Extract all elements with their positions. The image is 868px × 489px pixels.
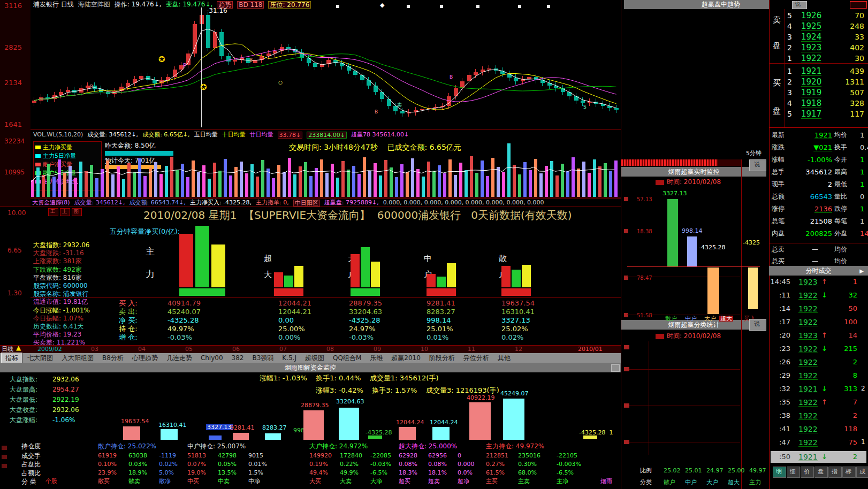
candle-body [260, 56, 264, 60]
candle-body [407, 112, 411, 113]
trade-price[interactable]: 1922 [798, 358, 818, 366]
five-min-label[interactable]: 5分钟 [746, 150, 762, 156]
trade-price[interactable]: 1922 [798, 439, 818, 447]
position-ratio-label: 散户持仓: 25.022% [98, 443, 156, 449]
tab-3[interactable]: B8分析 [98, 353, 127, 363]
timeline-month-label[interactable]: 05 [185, 346, 193, 352]
class-value: 大户 [706, 479, 718, 485]
table-cell: -0.003% [557, 461, 581, 467]
trade-price[interactable]: 1922 [798, 318, 818, 326]
timeline-month-label[interactable]: 06 [232, 346, 240, 352]
trade-price[interactable]: 1922 [798, 412, 818, 420]
timeline-month-label[interactable]: 2009/02 [37, 346, 62, 352]
table-cell: 19.0% [187, 470, 206, 476]
volume-bar [208, 179, 211, 197]
timeline-month-label[interactable]: 2010/01 [578, 346, 603, 352]
ask-price[interactable]: 1926 [801, 12, 821, 20]
ask-price[interactable]: 1923 [801, 44, 821, 52]
tab-8[interactable]: B3强弱 [248, 353, 277, 363]
volume-bar [502, 172, 505, 197]
bottom-header-2: 涨幅3: -0.42% 换手3: 1.57% 成交量3: 1216193(手) [316, 387, 499, 394]
tab-4[interactable]: 心理趋势 [128, 353, 162, 363]
price-axis-label: 2134 [4, 79, 22, 86]
bid-price[interactable]: 1918 [801, 100, 821, 108]
panel-c-tick-chip [624, 345, 629, 349]
table-cell: 0.10% [98, 461, 117, 467]
tab-6[interactable]: Chiy00 [197, 354, 227, 362]
tab-10[interactable]: 超级图 [301, 353, 328, 363]
table-cell: 主买 [486, 478, 498, 484]
trade-price[interactable]: 1922 [798, 425, 818, 433]
candle-body [139, 76, 143, 79]
tab-15[interactable]: 异位分析 [460, 353, 493, 363]
trade-price[interactable]: 1922 [798, 399, 818, 407]
timeline-month-label[interactable]: 08 [326, 346, 334, 352]
net-flow-bar [368, 435, 382, 439]
class-value: 超大 [728, 479, 740, 485]
tab-0[interactable]: 指标 [1, 353, 22, 364]
timeline-month-label[interactable]: 09 [374, 346, 381, 352]
trade-price[interactable]: 1922 [798, 292, 818, 300]
bid-price[interactable]: 1919 [801, 89, 821, 97]
tab-9[interactable]: K.5.J [278, 354, 300, 362]
trade-price[interactable]: 1923 [798, 332, 818, 340]
tab-13[interactable]: 超赢2010 [387, 353, 424, 363]
category-stats-panel[interactable] [621, 330, 741, 489]
candle-body [320, 64, 324, 67]
tab-14[interactable]: 阶段分析 [425, 353, 459, 363]
panel-c-gridline [627, 406, 740, 406]
candle-body [119, 87, 124, 91]
window-control-box[interactable] [850, 1, 867, 9]
bid-price[interactable]: 1917 [801, 110, 821, 119]
candle-body [45, 97, 50, 99]
tab-2[interactable]: 入大阳组图 [58, 353, 97, 363]
ask-price[interactable]: 1925 [801, 22, 821, 31]
timeline-month-label[interactable]: 10 [421, 346, 428, 352]
ratio-value: 25.02 [664, 468, 681, 473]
trade-time: :23 [779, 345, 790, 352]
timeline-period-label: 日线 [2, 346, 13, 352]
group-value: 12044.21 [278, 308, 311, 315]
bottom-stat-value: -1.06% [52, 417, 75, 423]
panel-options-icon[interactable] [611, 364, 620, 372]
timeline-month-label[interactable]: 04 [138, 346, 146, 352]
candle-body [454, 88, 458, 96]
ask-price[interactable]: 1924 [801, 33, 821, 42]
timeline-month-label[interactable]: 03 [91, 346, 98, 352]
tab-11[interactable]: QQ组合M [329, 353, 365, 363]
trade-price[interactable]: 1921 [798, 385, 818, 393]
candle-body [326, 60, 331, 64]
money-flow-bar-label: 45249.07 [500, 391, 529, 396]
fund-left-stat: 下跌家数: 492家 [33, 266, 82, 273]
candle-body [59, 92, 63, 95]
expand-arrow-icon[interactable]: ▶ [859, 268, 864, 274]
trade-price[interactable]: 1922 [798, 372, 818, 380]
table-cell: 23.9% [98, 470, 117, 476]
info-value: 1921 [814, 132, 832, 139]
top-marker-dot [440, 5, 443, 8]
trade-price[interactable]: 1922 [798, 345, 818, 353]
trade-price[interactable]: 1923 [798, 278, 818, 286]
bid-price[interactable]: 1920 [801, 78, 821, 87]
table-cell: 大净 [370, 478, 382, 484]
tab-12[interactable]: 乐维 [366, 353, 386, 363]
bid-price[interactable]: 1921 [801, 67, 821, 76]
tab-1[interactable]: 七大阴图 [24, 353, 57, 363]
table-cell: 0.03% [128, 461, 147, 467]
timeline-month-label[interactable]: 11 [468, 346, 475, 352]
ask-level: 1 [787, 55, 792, 62]
trade-price[interactable]: 1922 [798, 305, 818, 313]
tab-7[interactable]: 382 [228, 354, 248, 362]
tab-5[interactable]: 几连走势 [163, 353, 196, 363]
tab-16[interactable]: 其他 [494, 353, 514, 363]
candle-body [193, 24, 197, 54]
ask-price[interactable]: 1922 [801, 55, 821, 63]
intraday-trend-panel[interactable] [621, 9, 741, 159]
timeline-month-label[interactable]: 12 [515, 346, 522, 352]
panel-b-tick: 57.13 [637, 197, 652, 202]
timeline-month-label[interactable]: 07 [279, 346, 287, 352]
volume-bar [127, 163, 131, 197]
candlestick-chart[interactable] [31, 0, 621, 129]
candle-body [219, 32, 224, 56]
buy-side-label: 买 [773, 79, 781, 87]
